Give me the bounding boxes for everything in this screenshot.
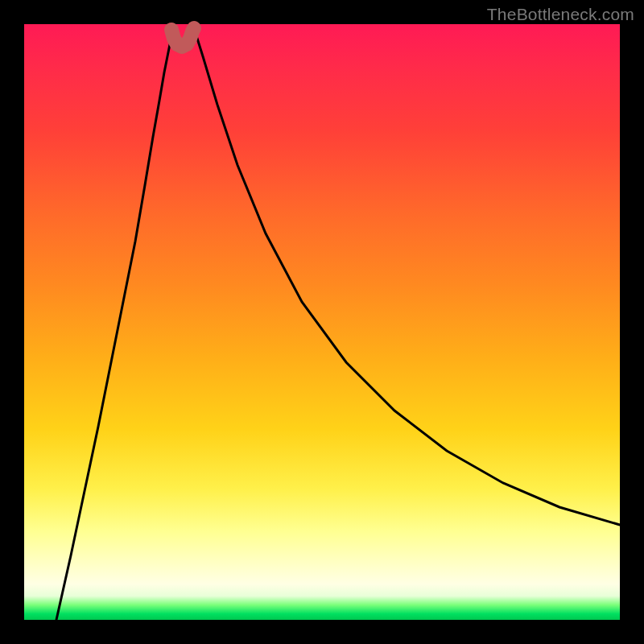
chart-frame: TheBottleneck.com	[0, 0, 644, 644]
watermark-text: TheBottleneck.com	[487, 5, 634, 24]
curve-layer	[24, 24, 620, 620]
bottleneck-marker-icon	[171, 28, 194, 47]
curve-right-branch	[171, 28, 620, 525]
curve-left-branch	[56, 28, 194, 620]
plot-area	[24, 24, 620, 620]
